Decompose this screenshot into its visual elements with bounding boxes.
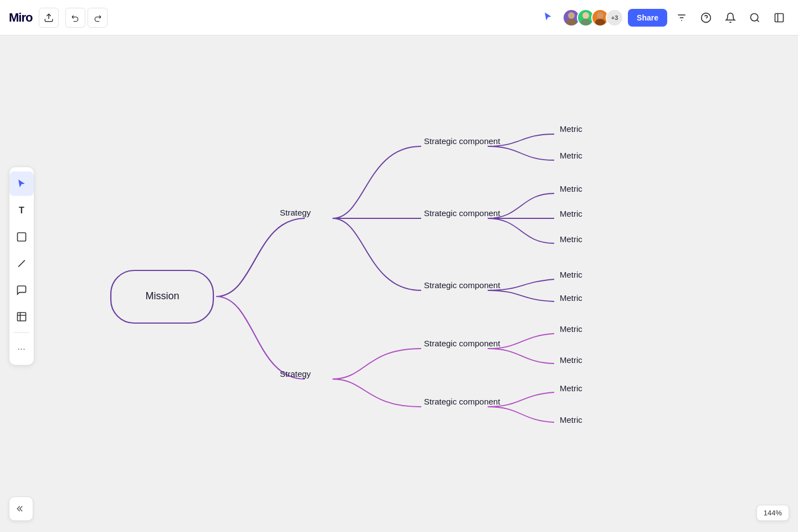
help-button[interactable] [696, 8, 716, 28]
more-tools-button[interactable]: ··· [9, 336, 34, 361]
comment-tool-icon [16, 285, 27, 296]
sc5-label[interactable]: Strategic component [424, 397, 500, 406]
notification-button[interactable] [720, 8, 740, 28]
metric-3-1[interactable]: Metric [560, 270, 582, 279]
metric-5-2[interactable]: Metric [560, 415, 582, 424]
search-icon [749, 12, 760, 23]
metric-4-1[interactable]: Metric [560, 324, 582, 334]
panel-button[interactable] [769, 8, 789, 28]
metric-5-1[interactable]: Metric [560, 383, 582, 393]
filter-button[interactable] [672, 8, 692, 28]
sticky-tool-button[interactable] [9, 225, 34, 249]
text-tool-button[interactable]: T [9, 198, 34, 223]
help-icon [700, 12, 712, 23]
sc3-label[interactable]: Strategic component [424, 280, 500, 290]
left-toolbar: T ··· [9, 167, 34, 366]
strategy-lower-label[interactable]: Strategy [280, 369, 311, 378]
avatar-group: +3 [562, 9, 623, 27]
svg-line-11 [757, 19, 759, 22]
frame-tool-button[interactable] [9, 305, 34, 329]
line-tool-button[interactable] [9, 252, 34, 276]
undo-button[interactable] [65, 8, 85, 28]
more-tools-icon: ··· [18, 344, 26, 353]
undo-icon [71, 13, 80, 22]
sticky-tool-icon [16, 232, 27, 243]
miro-logo: Miro [9, 11, 32, 25]
sc4-label[interactable]: Strategic component [424, 339, 500, 348]
zoom-level[interactable]: 144% [756, 505, 789, 521]
redo-button[interactable] [88, 8, 108, 28]
sc2-label[interactable]: Strategic component [424, 208, 500, 218]
expand-icon [16, 504, 26, 514]
svg-rect-12 [775, 13, 784, 22]
svg-point-10 [751, 13, 758, 21]
line-tool-icon [16, 258, 27, 269]
sc1-label[interactable]: Strategic component [424, 136, 500, 146]
comment-tool-button[interactable] [9, 278, 34, 303]
text-tool-icon: T [19, 206, 24, 216]
metric-4-2[interactable]: Metric [560, 355, 582, 365]
undo-redo-group [65, 8, 108, 28]
frame-tool-icon [16, 311, 27, 323]
upload-icon [44, 13, 54, 23]
metric-2-1[interactable]: Metric [560, 184, 582, 193]
cursor-tool-icon [16, 178, 27, 190]
panel-icon [774, 12, 785, 23]
avatar-count[interactable]: +3 [606, 9, 623, 27]
metric-2-2[interactable]: Metric [560, 209, 582, 218]
cursor-indicator [543, 11, 556, 24]
upload-button[interactable] [39, 8, 59, 28]
svg-line-15 [18, 260, 25, 267]
nav-right: +3 Share [543, 8, 789, 28]
svg-rect-14 [18, 233, 26, 241]
expand-button[interactable] [9, 497, 33, 521]
svg-point-2 [582, 12, 589, 19]
mindmap-svg: Mission Strategy Strategy Strategic comp… [0, 35, 798, 532]
svg-point-5 [595, 19, 605, 25]
svg-point-0 [568, 12, 575, 19]
metric-1-2[interactable]: Metric [560, 151, 582, 160]
nav-left: Miro [9, 8, 108, 28]
svg-point-3 [581, 19, 591, 25]
svg-rect-16 [18, 313, 26, 321]
canvas[interactable]: Mission Strategy Strategy Strategic comp… [0, 35, 798, 532]
mission-node-text[interactable]: Mission [145, 290, 179, 301]
metric-2-3[interactable]: Metric [560, 234, 582, 244]
toolbar-divider [14, 332, 29, 333]
cursor-tool-button[interactable] [9, 172, 34, 196]
cursor-icon [543, 11, 554, 22]
notification-icon [725, 12, 736, 23]
svg-point-1 [566, 19, 576, 25]
svg-point-4 [597, 12, 603, 19]
share-button[interactable]: Share [628, 9, 667, 27]
redo-icon [93, 13, 102, 22]
navbar: Miro [0, 0, 798, 35]
search-button[interactable] [745, 8, 765, 28]
strategy-upper-label[interactable]: Strategy [280, 208, 311, 217]
metric-1-1[interactable]: Metric [560, 124, 582, 134]
metric-3-2[interactable]: Metric [560, 293, 582, 303]
filter-icon [676, 12, 687, 23]
